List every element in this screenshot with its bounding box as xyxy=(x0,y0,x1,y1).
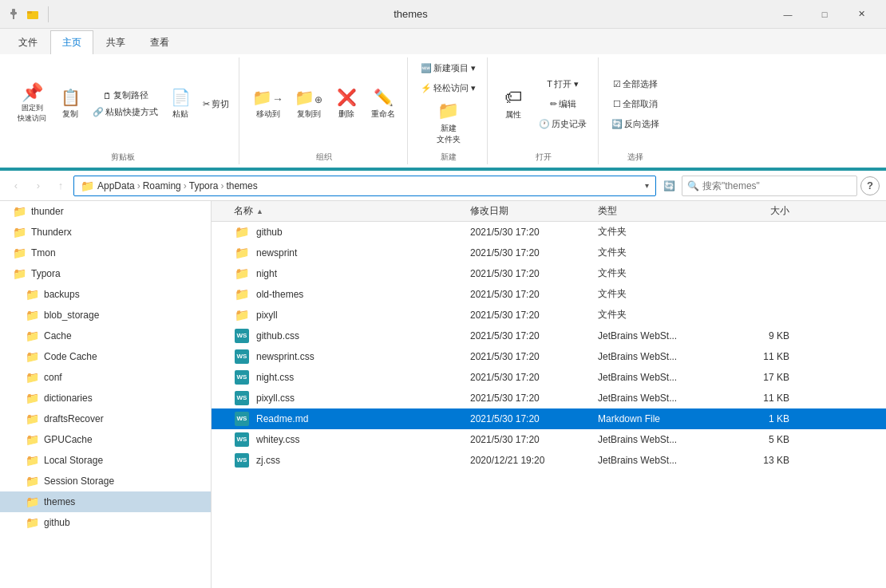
folder-icon: 📁 xyxy=(234,266,250,282)
tab-view[interactable]: 查看 xyxy=(138,30,181,54)
search-box[interactable]: 🔍 xyxy=(682,176,857,196)
select-all-button[interactable]: ☑全部选择 xyxy=(607,75,664,93)
folder-icon: 📁 xyxy=(13,267,26,280)
file-type-cell: JetBrains WebSt... xyxy=(598,434,726,445)
md-icon: WS xyxy=(234,411,250,427)
ws-icon: WS xyxy=(234,369,250,385)
tab-home[interactable]: 主页 xyxy=(50,30,93,54)
pin-quickaccess-button[interactable]: 📌 固定到快速访问 xyxy=(13,81,51,127)
table-row[interactable]: WS whitey.css 2021/5/30 17:20 JetBrains … xyxy=(212,429,886,450)
table-row[interactable]: WS newsprint.css 2021/5/30 17:20 JetBrai… xyxy=(212,346,886,367)
table-row[interactable]: 📁 pixyll 2021/5/30 17:20 文件夹 xyxy=(212,305,886,326)
file-name-cell: 📁 old-themes xyxy=(215,286,470,302)
cut-button[interactable]: ✂剪切 xyxy=(200,97,232,112)
table-row[interactable]: 📁 github 2021/5/30 17:20 文件夹 xyxy=(212,222,886,243)
easy-access-button[interactable]: ⚡轻松访问 ▾ xyxy=(416,79,481,97)
move-to-button[interactable]: 📁→ 移动到 xyxy=(247,85,288,123)
sidebar-item-blob-storage[interactable]: 📁 blob_storage xyxy=(0,305,211,326)
new-item-button[interactable]: 🆕新建项目 ▾ xyxy=(416,59,481,77)
sidebar-item-thunder[interactable]: 📁 thunder xyxy=(0,201,211,222)
sidebar-item-label: Typora xyxy=(31,268,61,279)
tab-share[interactable]: 共享 xyxy=(94,30,137,54)
sidebar-item-tmon[interactable]: 📁 Tmon xyxy=(0,243,211,263)
file-type-cell: JetBrains WebSt... xyxy=(598,393,726,404)
table-row[interactable]: WS pixyll.css 2021/5/30 17:20 JetBrains … xyxy=(212,388,886,408)
sidebar-item-draftsrecover[interactable]: 📁 draftsRecover xyxy=(0,408,211,429)
sidebar-item-thunderx[interactable]: 📁 Thunderx xyxy=(0,222,211,243)
table-row[interactable]: WS Readme.md 2021/5/30 17:20 Markdown Fi… xyxy=(212,408,886,429)
sidebar-item-code-cache[interactable]: 📁 Code Cache xyxy=(0,346,211,367)
file-date-cell: 2021/5/30 17:20 xyxy=(470,434,598,445)
sidebar-item-github[interactable]: 📁 github xyxy=(0,512,211,533)
table-row[interactable]: WS github.css 2021/5/30 17:20 JetBrains … xyxy=(212,326,886,346)
sidebar-item-session-storage[interactable]: 📁 Session Storage xyxy=(0,471,211,491)
up-button[interactable]: ↑ xyxy=(51,176,70,195)
sidebar-item-themes[interactable]: 📁 themes xyxy=(0,491,211,512)
edit-button[interactable]: ✏编辑 xyxy=(534,95,591,113)
folder-icon: 📁 xyxy=(26,288,39,301)
address-box[interactable]: 📁 AppData › Roaming › Typora › themes ▾ xyxy=(73,176,656,196)
file-date-cell: 2021/5/30 17:20 xyxy=(470,289,598,300)
folder-icon: 📁 xyxy=(234,245,250,261)
paste-button[interactable]: 📄 粘贴 xyxy=(163,85,198,123)
file-name-label: night xyxy=(256,268,277,279)
col-header-name[interactable]: 名称 ▲ xyxy=(215,204,470,218)
address-part-roaming[interactable]: Roaming xyxy=(143,180,181,191)
copy-path-button[interactable]: 🗒复制路径 xyxy=(89,88,161,103)
file-name-label: github.css xyxy=(256,330,299,341)
folder-icon: 📁 xyxy=(13,226,26,239)
address-part-themes[interactable]: themes xyxy=(226,180,257,191)
ribbon-group-clipboard: 📌 固定到快速访问 📋 复制 🗒复制路径 🔗粘贴快捷方式 xyxy=(6,57,239,164)
tab-file[interactable]: 文件 xyxy=(6,30,49,54)
copy-button[interactable]: 📋 复制 xyxy=(53,85,88,123)
folder-icon: 📁 xyxy=(26,330,39,342)
properties-button[interactable]: 🏷 属性 xyxy=(496,84,531,124)
address-part-typora[interactable]: Typora xyxy=(189,180,219,191)
organize-buttons: 📁→ 移动到 📁⊕ 复制到 ❌ 删除 ✏️ 重命名 xyxy=(247,59,401,148)
maximize-button[interactable]: □ xyxy=(806,0,843,29)
refresh-button[interactable]: 🔄 xyxy=(659,176,678,195)
sidebar-item-gpucache[interactable]: 📁 GPUCache xyxy=(0,429,211,450)
folder-icon: 📁 xyxy=(26,392,39,404)
rename-button[interactable]: ✏️ 重命名 xyxy=(366,85,401,123)
deselect-all-button[interactable]: ☐全部取消 xyxy=(607,95,664,113)
table-row[interactable]: WS zj.css 2020/12/21 19:20 JetBrains Web… xyxy=(212,450,886,471)
sidebar-item-backups[interactable]: 📁 backups xyxy=(0,284,211,305)
ws-icon: WS xyxy=(234,328,250,344)
table-row[interactable]: 📁 old-themes 2021/5/30 17:20 文件夹 xyxy=(212,284,886,305)
new-folder-button[interactable]: 📁 新建文件夹 xyxy=(431,97,466,148)
search-icon: 🔍 xyxy=(687,180,699,191)
help-button[interactable]: ? xyxy=(860,176,880,195)
sidebar-item-dictionaries[interactable]: 📁 dictionaries xyxy=(0,388,211,408)
address-part-appdata[interactable]: AppData xyxy=(97,180,135,191)
main-area: 📁 thunder 📁 Thunderx 📁 Tmon 📁 Typora 📁 b… xyxy=(0,201,886,588)
open-dropdown-button[interactable]: T打开 ▾ xyxy=(534,75,591,93)
file-size-cell: 1 KB xyxy=(726,413,789,424)
sidebar-item-conf[interactable]: 📁 conf xyxy=(0,367,211,388)
sidebar-item-cache[interactable]: 📁 Cache xyxy=(0,326,211,346)
delete-button[interactable]: ❌ 删除 xyxy=(329,85,364,123)
col-header-size[interactable]: 大小 xyxy=(726,204,789,218)
history-button[interactable]: 🕐历史记录 xyxy=(534,115,591,133)
col-size-label: 大小 xyxy=(770,205,789,216)
sidebar-item-local-storage[interactable]: 📁 Local Storage xyxy=(0,450,211,471)
col-header-date[interactable]: 修改日期 xyxy=(470,204,598,218)
file-name-label: whitey.css xyxy=(256,434,299,445)
folder-icon: 📁 xyxy=(26,309,39,322)
back-button[interactable]: ‹ xyxy=(6,176,26,195)
copy-to-button[interactable]: 📁⊕ 复制到 xyxy=(290,85,327,123)
folder-icon: 📁 xyxy=(26,454,39,467)
file-type-cell: 文件夹 xyxy=(598,246,726,259)
forward-button[interactable]: › xyxy=(29,176,48,195)
table-row[interactable]: 📁 night 2021/5/30 17:20 文件夹 xyxy=(212,263,886,284)
sidebar-item-typora[interactable]: 📁 Typora xyxy=(0,263,211,284)
col-header-type[interactable]: 类型 xyxy=(598,204,726,218)
minimize-button[interactable]: — xyxy=(769,0,806,29)
invert-selection-button[interactable]: 🔄反向选择 xyxy=(607,115,664,133)
table-row[interactable]: 📁 newsprint 2021/5/30 17:20 文件夹 xyxy=(212,243,886,263)
paste-shortcut-button[interactable]: 🔗粘贴快捷方式 xyxy=(89,105,161,120)
address-dropdown-icon[interactable]: ▾ xyxy=(645,181,649,190)
table-row[interactable]: WS night.css 2021/5/30 17:20 JetBrains W… xyxy=(212,367,886,388)
close-button[interactable]: ✕ xyxy=(843,0,880,29)
search-input[interactable] xyxy=(702,180,852,191)
